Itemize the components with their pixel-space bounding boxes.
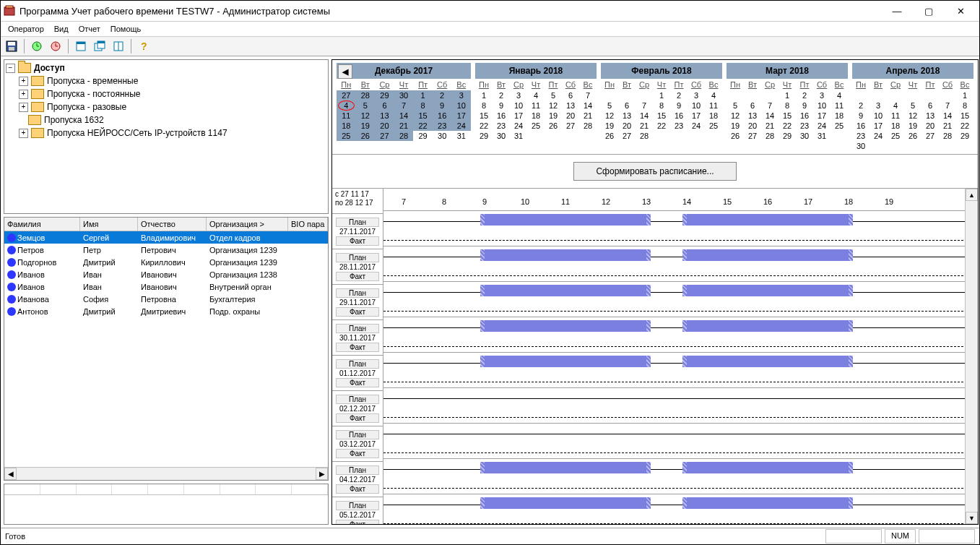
calendar-day[interactable]: 29 xyxy=(956,131,974,141)
calendar-day[interactable]: 22 xyxy=(779,121,796,131)
fact-label[interactable]: Факт xyxy=(336,449,379,458)
schedule-row[interactable] xyxy=(383,459,978,494)
calendar-day[interactable] xyxy=(831,131,848,141)
calendar-day[interactable]: 3 xyxy=(451,90,471,100)
tree-item[interactable]: +Пропуска - разовые xyxy=(6,100,326,113)
calendar-day[interactable]: 9 xyxy=(796,100,813,111)
calendar-day[interactable]: 3 xyxy=(813,90,831,100)
calendar-day[interactable]: 31 xyxy=(451,131,471,141)
calendar-day[interactable]: 2 xyxy=(852,100,870,111)
plan-bar[interactable] xyxy=(687,249,849,261)
calendar-day[interactable]: 20 xyxy=(375,121,394,131)
calendar-day[interactable]: 11 xyxy=(337,111,356,121)
calendar-day[interactable]: 25 xyxy=(705,121,722,131)
calendar-day[interactable]: 10 xyxy=(688,100,705,111)
calendar-day[interactable]: 1 xyxy=(779,90,796,100)
plan-bar[interactable] xyxy=(485,356,646,367)
calendar-day[interactable]: 16 xyxy=(493,111,510,121)
employee-table-body[interactable]: ЗемцовСергейВладимировичОтдел кадровПетр… xyxy=(4,231,328,467)
calendar-day[interactable] xyxy=(636,90,653,100)
calendar-day[interactable]: 5 xyxy=(904,100,922,111)
calendar-day[interactable] xyxy=(618,90,636,100)
plan-label[interactable]: План xyxy=(336,359,379,369)
col-bio[interactable]: BIO пара xyxy=(288,218,328,231)
tree-collapse-icon[interactable]: − xyxy=(6,64,15,73)
schedule-body[interactable] xyxy=(383,211,978,524)
calendar-day[interactable]: 31 xyxy=(510,131,527,141)
calendar-day[interactable]: 26 xyxy=(356,131,376,141)
calendar-day[interactable]: 13 xyxy=(375,111,394,121)
calendar-day[interactable]: 6 xyxy=(618,100,636,111)
calendar-day[interactable]: 17 xyxy=(870,121,887,131)
calendar-day[interactable] xyxy=(922,141,939,151)
calendar-day[interactable]: 27 xyxy=(562,121,579,131)
generate-schedule-button[interactable]: Сформировать расписание... xyxy=(573,162,736,181)
calendar-day[interactable]: 15 xyxy=(779,111,796,121)
calendar-day[interactable]: 7 xyxy=(761,100,779,111)
plan-bar[interactable] xyxy=(687,497,849,509)
calendar-day[interactable]: 22 xyxy=(413,121,433,131)
calendar-day[interactable] xyxy=(939,141,956,151)
calendar-day[interactable]: 20 xyxy=(618,121,636,131)
window2-icon[interactable] xyxy=(92,38,108,54)
plan-label[interactable]: План xyxy=(336,218,379,227)
calendar-day[interactable]: 23 xyxy=(796,121,813,131)
calendar-day[interactable]: 27 xyxy=(744,131,761,141)
table-row[interactable]: ИвановИванИвановичВнутрений орган xyxy=(4,280,328,293)
calendar-day[interactable]: 24 xyxy=(451,121,471,131)
calendar-day[interactable]: 19 xyxy=(904,121,922,131)
calendar-day[interactable]: 4 xyxy=(337,100,356,111)
calendar-day[interactable]: 23 xyxy=(433,121,452,131)
calendar-day[interactable]: 24 xyxy=(688,121,705,131)
calendar-day[interactable]: 4 xyxy=(527,90,545,100)
calendar-day[interactable]: 8 xyxy=(475,100,493,111)
calendar-day[interactable] xyxy=(562,131,579,141)
plan-label[interactable]: План xyxy=(336,253,379,262)
tree-expand-icon[interactable]: + xyxy=(19,77,28,86)
calendar-day[interactable]: 19 xyxy=(727,121,744,131)
calendar-day[interactable]: 14 xyxy=(939,111,956,121)
fact-label[interactable]: Факт xyxy=(336,343,379,352)
calendar-day[interactable] xyxy=(579,131,597,141)
calendar-day[interactable]: 11 xyxy=(831,100,848,111)
maximize-button[interactable]: ▢ xyxy=(913,3,945,19)
fact-label[interactable]: Факт xyxy=(336,307,379,317)
table-row[interactable]: АнтоновДмитрийДмитриевичПодр. охраны xyxy=(4,305,328,317)
tree-item[interactable]: +Пропуска НЕЙРОСС/Сеть IP-устройств 1147 xyxy=(6,126,326,140)
calendar-day[interactable]: 20 xyxy=(562,111,579,121)
calendar-day[interactable]: 11 xyxy=(527,100,545,111)
plan-label[interactable]: План xyxy=(336,288,379,298)
calendar-day[interactable]: 10 xyxy=(870,111,887,121)
calendar-day[interactable]: 27 xyxy=(337,90,356,100)
calendar-day[interactable]: 5 xyxy=(727,100,744,111)
menu-view[interactable]: Вид xyxy=(50,23,73,35)
tree-expand-icon[interactable]: + xyxy=(19,129,28,138)
calendar-day[interactable]: 6 xyxy=(375,100,394,111)
calendar-day[interactable]: 20 xyxy=(922,121,939,131)
calendar-day[interactable]: 21 xyxy=(579,111,597,121)
calendar-day[interactable]: 28 xyxy=(939,131,956,141)
calendar-day[interactable]: 29 xyxy=(779,131,796,141)
calendar-prev-button[interactable]: ◀ xyxy=(338,64,352,79)
calendar-day[interactable]: 24 xyxy=(870,131,887,141)
calendar-day[interactable]: 7 xyxy=(939,100,956,111)
menu-report[interactable]: Отчет xyxy=(74,23,105,35)
clock-red-icon[interactable] xyxy=(48,38,64,54)
calendar-day[interactable]: 19 xyxy=(356,121,376,131)
access-tree[interactable]: − Доступ +Пропуска - временные+Пропуска … xyxy=(4,59,329,214)
plan-bar[interactable] xyxy=(485,462,646,473)
calendar-day[interactable]: 10 xyxy=(451,100,471,111)
schedule-row[interactable] xyxy=(383,424,978,459)
calendar-day[interactable]: 21 xyxy=(394,121,414,131)
calendar-day[interactable]: 1 xyxy=(475,90,493,100)
calendar-day[interactable]: 3 xyxy=(688,90,705,100)
fact-label[interactable]: Факт xyxy=(336,520,379,525)
clock-green-icon[interactable] xyxy=(29,38,45,54)
table-row[interactable]: ПетровПетрПетровичОрганизация 1239 xyxy=(4,244,328,256)
calendar-day[interactable]: 28 xyxy=(579,121,597,131)
calendar-day[interactable]: 28 xyxy=(761,131,779,141)
calendar-day[interactable]: 24 xyxy=(510,121,527,131)
calendar-day[interactable]: 20 xyxy=(744,121,761,131)
calendar-day[interactable]: 28 xyxy=(636,131,653,141)
calendar-day[interactable]: 8 xyxy=(956,100,974,111)
